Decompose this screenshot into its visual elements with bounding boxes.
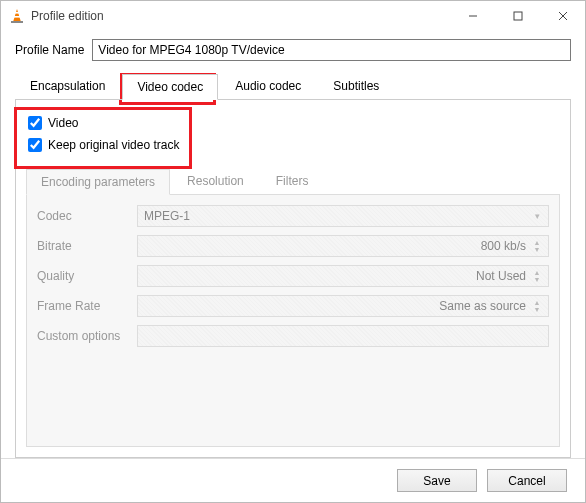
quality-spinner[interactable]: Not Used ▲▼ xyxy=(137,265,549,287)
codec-row: Codec MPEG-1 ▾ xyxy=(37,205,549,227)
keep-original-checkbox-label: Keep original video track xyxy=(48,138,179,152)
custom-options-input[interactable] xyxy=(137,325,549,347)
codec-value: MPEG-1 xyxy=(144,209,190,223)
codec-select[interactable]: MPEG-1 ▾ xyxy=(137,205,549,227)
video-checkbox-row[interactable]: Video xyxy=(26,112,560,134)
tab-audio-codec[interactable]: Audio codec xyxy=(220,73,316,99)
minimize-button[interactable] xyxy=(450,1,495,31)
codec-label: Codec xyxy=(37,209,137,223)
bitrate-spinner[interactable]: 800 kb/s ▲▼ xyxy=(137,235,549,257)
frame-rate-spinner[interactable]: Same as source ▲▼ xyxy=(137,295,549,317)
titlebar: Profile edition xyxy=(1,1,585,31)
custom-options-row: Custom options xyxy=(37,325,549,347)
subtab-encoding[interactable]: Encoding parameters xyxy=(26,169,170,195)
subtab-filters[interactable]: Filters xyxy=(261,168,324,194)
spinner-icon: ▲▼ xyxy=(530,269,544,283)
custom-options-label: Custom options xyxy=(37,329,137,343)
maximize-button[interactable] xyxy=(495,1,540,31)
save-button[interactable]: Save xyxy=(397,469,477,492)
svg-rect-3 xyxy=(11,21,23,23)
video-checkbox-label: Video xyxy=(48,116,78,130)
video-codec-panel: Video Keep original video track Encoding… xyxy=(15,100,571,458)
bitrate-row: Bitrate 800 kb/s ▲▼ xyxy=(37,235,549,257)
cancel-button[interactable]: Cancel xyxy=(487,469,567,492)
close-button[interactable] xyxy=(540,1,585,31)
chevron-down-icon: ▾ xyxy=(530,211,544,221)
spinner-icon: ▲▼ xyxy=(530,239,544,253)
quality-row: Quality Not Used ▲▼ xyxy=(37,265,549,287)
bitrate-value: 800 kb/s xyxy=(481,239,526,253)
encoding-parameters-panel: Codec MPEG-1 ▾ Bitrate 800 kb/s ▲▼ Quali… xyxy=(26,195,560,447)
tab-video-codec[interactable]: Video codec xyxy=(122,74,218,100)
quality-value: Not Used xyxy=(476,269,526,283)
profile-name-row: Profile Name xyxy=(15,39,571,61)
frame-rate-row: Frame Rate Same as source ▲▼ xyxy=(37,295,549,317)
frame-rate-value: Same as source xyxy=(439,299,526,313)
subtab-resolution[interactable]: Resolution xyxy=(172,168,259,194)
dialog-buttons: Save Cancel xyxy=(15,459,571,492)
bitrate-label: Bitrate xyxy=(37,239,137,253)
video-checkbox[interactable] xyxy=(28,116,42,130)
sub-tabs: Encoding parameters Resolution Filters xyxy=(26,168,560,195)
keep-original-checkbox[interactable] xyxy=(28,138,42,152)
profile-edition-window: Profile edition Profile Name Encapsulati… xyxy=(0,0,586,503)
tab-encapsulation[interactable]: Encapsulation xyxy=(15,73,120,99)
frame-rate-label: Frame Rate xyxy=(37,299,137,313)
svg-rect-1 xyxy=(14,12,20,14)
window-title: Profile edition xyxy=(31,9,450,23)
spinner-icon: ▲▼ xyxy=(530,299,544,313)
keep-original-checkbox-row[interactable]: Keep original video track xyxy=(26,134,560,156)
quality-label: Quality xyxy=(37,269,137,283)
dialog-body: Profile Name Encapsulation Video codec A… xyxy=(1,31,585,502)
vlc-cone-icon xyxy=(9,8,25,24)
tab-subtitles[interactable]: Subtitles xyxy=(318,73,394,99)
svg-rect-5 xyxy=(514,12,522,20)
svg-rect-2 xyxy=(13,16,20,18)
svg-marker-0 xyxy=(13,9,21,22)
profile-name-input[interactable] xyxy=(92,39,571,61)
main-tabs: Encapsulation Video codec Audio codec Su… xyxy=(15,73,571,100)
profile-name-label: Profile Name xyxy=(15,43,84,57)
